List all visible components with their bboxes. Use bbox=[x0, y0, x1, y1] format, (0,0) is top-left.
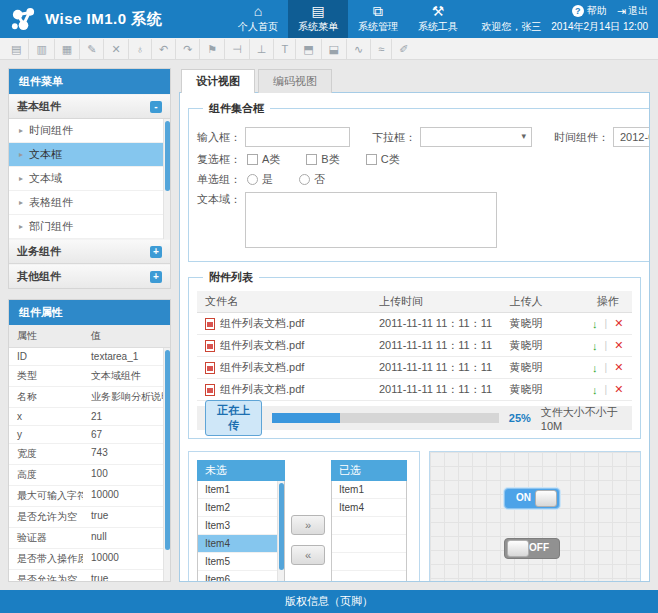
text-input[interactable] bbox=[245, 127, 350, 147]
wave-icon[interactable]: ∿ bbox=[347, 39, 371, 59]
pen-icon[interactable]: ✐ bbox=[392, 39, 415, 59]
props-row[interactable]: 高度 100 bbox=[9, 465, 170, 486]
checkbox-icon[interactable] bbox=[306, 154, 317, 165]
uploading-button[interactable]: 正在上传 bbox=[205, 400, 262, 436]
move-left-button[interactable]: « bbox=[291, 545, 325, 565]
checkbox-option[interactable]: A类 bbox=[247, 152, 280, 167]
open-folder-icon[interactable]: ▥ bbox=[29, 39, 54, 59]
info-doc-icon[interactable]: ⬓ bbox=[322, 39, 347, 59]
save-icon[interactable]: ▦ bbox=[55, 39, 80, 59]
download-icon[interactable]: ↓ bbox=[592, 340, 598, 352]
list-item[interactable] bbox=[332, 535, 406, 553]
toggle-switch-off[interactable]: OFF bbox=[504, 538, 560, 559]
new-file-icon[interactable]: ▤ bbox=[4, 39, 29, 59]
props-scrollbar[interactable] bbox=[163, 348, 170, 581]
section-other-components[interactable]: 其他组件 + bbox=[9, 264, 170, 288]
op-separator: | bbox=[605, 340, 608, 351]
list-item[interactable]: Item6 bbox=[198, 571, 284, 582]
pdf-icon bbox=[205, 340, 215, 352]
move-right-button[interactable]: » bbox=[291, 515, 325, 535]
text-format-icon[interactable]: T bbox=[274, 39, 296, 59]
subscript-icon[interactable]: ⊥ bbox=[250, 39, 275, 59]
radio-icon[interactable] bbox=[247, 174, 258, 185]
checkbox-icon[interactable] bbox=[366, 154, 377, 165]
toggle-knob[interactable] bbox=[535, 490, 557, 507]
list-item[interactable]: Item1 bbox=[332, 481, 406, 499]
tab-design-view[interactable]: 设计视图 bbox=[181, 69, 255, 93]
attachment-table: 文件名 上传时间 上传人 操作 组件列表文档.pdf 2011-11-11 11… bbox=[197, 291, 632, 401]
upload-progress-bar bbox=[272, 413, 499, 423]
toggle-switch-on[interactable]: ON bbox=[504, 488, 560, 509]
props-row[interactable]: 最大可输入字符数 10000 bbox=[9, 486, 170, 507]
delete-icon[interactable]: ✕ bbox=[614, 361, 623, 374]
curve-icon[interactable]: ≈ bbox=[371, 39, 392, 59]
upload-time: 2011-11-11 11：11：11 bbox=[371, 382, 502, 397]
radio-icon[interactable] bbox=[299, 174, 310, 185]
props-row[interactable]: y 67 bbox=[9, 426, 170, 444]
help-label: 帮助 bbox=[587, 4, 607, 18]
textarea-field[interactable] bbox=[245, 192, 497, 248]
list-item[interactable] bbox=[332, 517, 406, 535]
dropdown-select[interactable]: ▾ bbox=[420, 127, 532, 147]
download-icon[interactable]: ↓ bbox=[592, 362, 598, 374]
redo-icon[interactable]: ↷ bbox=[176, 39, 200, 59]
download-icon[interactable]: ↓ bbox=[592, 384, 598, 396]
download-icon[interactable]: ↓ bbox=[592, 318, 598, 330]
props-row[interactable]: 类型 文本域组件 bbox=[9, 366, 170, 387]
delete-icon[interactable]: ✕ bbox=[614, 383, 623, 396]
list-item[interactable]: Item3 bbox=[198, 517, 284, 535]
list-item[interactable]: Item2 bbox=[198, 499, 284, 517]
item-arrow-icon: ▸ bbox=[19, 198, 23, 207]
expand-icon[interactable]: + bbox=[150, 271, 162, 283]
list-item[interactable]: Item4 bbox=[198, 535, 284, 553]
date-input[interactable]: 2012-07-01 ⊞ bbox=[613, 127, 650, 147]
list-item[interactable] bbox=[332, 553, 406, 571]
globe-share-icon[interactable]: ♁ bbox=[129, 39, 152, 59]
logout-link[interactable]: ⇥ 退出 bbox=[617, 4, 648, 18]
upload-percent: 25% bbox=[509, 412, 531, 424]
checkbox-icon[interactable] bbox=[247, 154, 258, 165]
list-item[interactable] bbox=[332, 571, 406, 582]
lock-doc-icon[interactable]: ⬒ bbox=[296, 39, 321, 59]
list-item[interactable]: Item1 bbox=[198, 481, 284, 499]
undo-icon[interactable]: ↶ bbox=[152, 39, 176, 59]
props-row[interactable]: x 21 bbox=[9, 408, 170, 426]
checkbox-option[interactable]: B类 bbox=[306, 152, 339, 167]
nav-system-tools[interactable]: ⚒ 系统工具 bbox=[408, 0, 468, 38]
checkbox-option[interactable]: C类 bbox=[366, 152, 400, 167]
expand-icon[interactable]: + bbox=[150, 246, 162, 258]
delete-icon[interactable]: ✕ bbox=[104, 39, 128, 59]
radio-option[interactable]: 否 bbox=[299, 172, 325, 187]
radio-option[interactable]: 是 bbox=[247, 172, 273, 187]
delete-icon[interactable]: ✕ bbox=[614, 317, 623, 330]
component-props-panel: 组件属性 属性 值 ID textarea_1 类型 文本域组件 名称 业务影响 bbox=[8, 299, 171, 582]
checkbox-group-label: 复选框： bbox=[197, 152, 241, 167]
tab-code-view[interactable]: 编码视图 bbox=[258, 69, 332, 93]
nav-system-menu[interactable]: ▤ 系统菜单 bbox=[288, 0, 348, 38]
menu-scrollbar[interactable] bbox=[163, 119, 170, 239]
props-row[interactable]: 验证器 null bbox=[9, 528, 170, 549]
collapse-icon[interactable]: - bbox=[150, 101, 162, 113]
nav-personal-home[interactable]: ⌂ 个人首页 bbox=[228, 0, 288, 38]
props-row[interactable]: 名称 业务影响分析说明 bbox=[9, 387, 170, 408]
flag-icon[interactable]: ⚑ bbox=[200, 39, 225, 59]
pdf-icon bbox=[205, 318, 215, 330]
section-basic-components[interactable]: 基本组件 - bbox=[9, 94, 170, 119]
toggle-knob[interactable] bbox=[507, 540, 529, 557]
list-item[interactable]: Item5 bbox=[198, 553, 284, 571]
delete-icon[interactable]: ✕ bbox=[614, 339, 623, 352]
props-row[interactable]: ID textarea_1 bbox=[9, 348, 170, 366]
section-business-components[interactable]: 业务组件 + bbox=[9, 239, 170, 264]
props-row[interactable]: 是否允许为空 true bbox=[9, 570, 170, 581]
list-item[interactable]: Item4 bbox=[332, 499, 406, 517]
props-row[interactable]: 宽度 743 bbox=[9, 444, 170, 465]
nav-system-management[interactable]: ⧉ 系统管理 bbox=[348, 0, 408, 38]
props-row[interactable]: 是否允许为空 true bbox=[9, 507, 170, 528]
indent-icon[interactable]: ⊣ bbox=[225, 39, 250, 59]
upload-status-bar: 正在上传 25% 文件大小不小于10M bbox=[197, 406, 632, 430]
edit-icon[interactable]: ✎ bbox=[80, 39, 104, 59]
transfer-scrollbar[interactable] bbox=[277, 481, 284, 582]
props-row[interactable]: 是否带入操作原因 10000 bbox=[9, 549, 170, 570]
help-link[interactable]: ? 帮助 bbox=[572, 4, 607, 18]
checkbox-label: C类 bbox=[381, 152, 400, 167]
